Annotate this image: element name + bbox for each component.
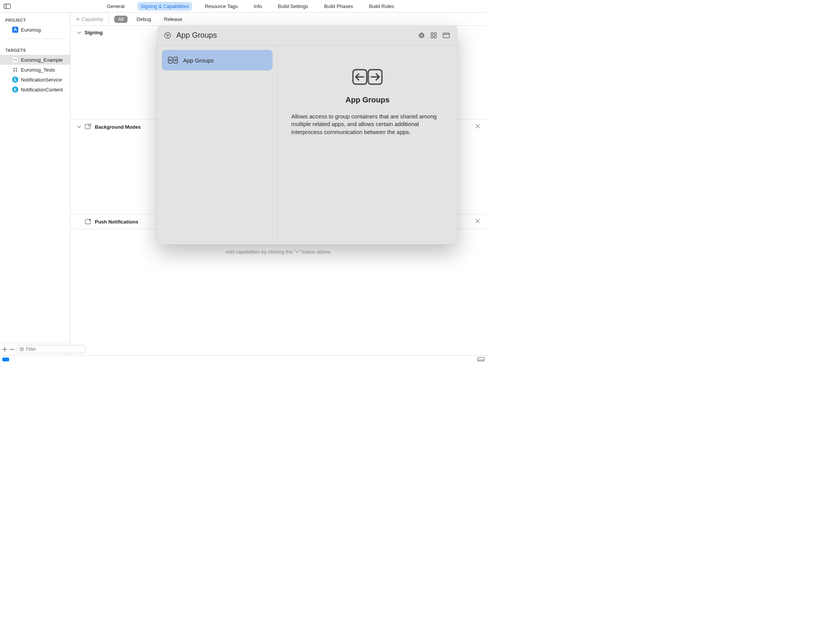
clear-circle-icon [418,32,425,38]
add-capability-button[interactable]: Capability [76,16,103,22]
svg-rect-5 [13,59,17,60]
popover-title: App Groups [176,31,217,40]
sidebar-project-row[interactable]: Euromsg [0,25,70,35]
svg-text:E: E [14,88,17,92]
extension-target-icon: E [12,86,18,93]
remove-target-button[interactable] [10,345,14,353]
popover-view-split-button[interactable] [443,33,450,38]
editor-tab-bar: General Signing & Capabilities Resource … [0,0,487,13]
toggle-left-sidebar-button[interactable] [0,4,14,9]
grid-icon [431,32,437,38]
sidebar-footer [0,343,70,355]
svg-text:E: E [14,78,17,82]
tab-info[interactable]: Info [251,2,265,11]
tab-general[interactable]: General [104,2,128,11]
popover-detail-pane: App Groups Allows access to group contai… [278,45,457,244]
svg-point-8 [13,70,15,72]
toolbar-divider [109,15,109,23]
popover-filter-button[interactable] [164,32,171,39]
popover-detail-description: Allows access to group containers that a… [291,113,444,136]
svg-rect-31 [434,33,437,35]
svg-point-20 [89,125,90,125]
add-target-button[interactable] [2,345,7,353]
test-target-icon [12,67,18,73]
capability-title: Push Notifications [95,219,138,225]
svg-point-9 [16,70,17,72]
popover-titlebar: App Groups [157,26,457,45]
tab-build-rules[interactable]: Build Rules [366,2,397,11]
target-label: Euromsg_Example [21,57,63,63]
svg-rect-23 [478,358,484,361]
push-notifications-icon [85,218,91,225]
target-row-euromsg-example[interactable]: Euromsg_Example [0,55,70,65]
app-target-icon [12,57,18,63]
app-groups-icon [168,56,178,64]
config-filter-release[interactable]: Release [160,16,186,23]
chevron-down-icon [77,125,81,129]
project-name-label: Euromsg [21,27,41,33]
svg-rect-32 [431,36,433,38]
remove-capability-button[interactable] [476,219,480,223]
svg-point-22 [89,219,91,220]
popover-capability-list: App Groups [157,45,278,244]
config-filter-all[interactable]: All [114,16,127,23]
disclosure-button[interactable] [77,125,81,129]
project-navigator-sidebar: PROJECT Euromsg TARGETS [0,13,70,355]
filter-icon [19,347,24,351]
chevron-down-icon [77,31,81,35]
sidebar-section-targets: TARGETS [0,43,70,55]
popover-item-app-groups[interactable]: App Groups [162,50,273,70]
svg-rect-30 [431,33,433,35]
config-filter-debug[interactable]: Debug [133,16,155,23]
tab-signing-capabilities[interactable]: Signing & Capabilities [137,2,192,11]
app-groups-large-icon [352,69,383,85]
target-row-notificationservice[interactable]: E NotificationService [0,75,70,85]
target-row-euromsg-tests[interactable]: Euromsg_Tests [0,65,70,75]
split-view-icon [443,33,450,38]
remove-capability-button[interactable] [476,124,480,128]
capability-title: Background Modes [95,124,141,130]
extension-target-icon: E [12,77,18,83]
sidebar-section-project: PROJECT [0,13,70,25]
sidebar-left-icon [4,4,11,9]
tab-build-phases[interactable]: Build Phases [321,2,356,11]
tab-resource-tags[interactable]: Resource Tags [202,2,241,11]
plus-icon [76,17,80,21]
target-label: Euromsg_Tests [21,67,55,73]
add-capability-label: Capability [81,16,103,22]
popover-clear-search-button[interactable] [418,32,425,38]
close-icon [476,219,480,223]
toggle-bottom-panel-button[interactable] [477,357,484,361]
svg-rect-1 [4,4,6,8]
status-indicator[interactable] [2,358,9,361]
target-label: NotificationService [21,77,62,83]
target-label: NotificationContent [21,87,63,93]
tab-build-settings[interactable]: Build Settings [275,2,311,11]
popover-item-label: App Groups [183,57,214,64]
panel-bottom-icon [477,357,484,361]
close-icon [476,124,480,128]
capabilities-toolbar: Capability All Debug Release [70,13,487,26]
target-row-notificationcontent[interactable]: E NotificationContent [0,85,70,94]
svg-rect-33 [434,36,437,38]
appstore-icon [12,27,18,33]
svg-rect-34 [443,33,450,38]
popover-detail-heading: App Groups [345,96,390,104]
sidebar-divider [5,38,65,39]
svg-point-6 [13,68,15,69]
background-modes-icon [85,123,91,130]
svg-point-7 [16,68,17,69]
popover-view-grid-button[interactable] [431,32,437,38]
minus-icon [10,347,14,352]
capability-title: Signing [85,30,103,35]
plus-icon [2,347,7,352]
add-capability-popover: App Groups [157,26,457,244]
filter-lines-icon [164,32,171,39]
disclosure-button[interactable] [77,31,81,35]
statusbar [0,355,487,363]
